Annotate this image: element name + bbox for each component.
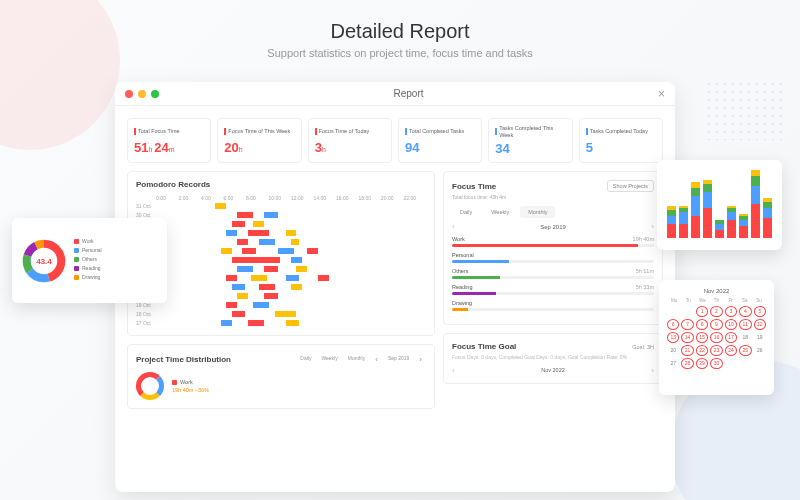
calendar-day[interactable]: 30 — [710, 358, 722, 369]
calendar-day[interactable]: 10 — [725, 319, 737, 330]
calendar-day[interactable] — [681, 306, 693, 317]
timeline-hour: 8:00 — [246, 195, 269, 201]
timeline-day-label: 30 Oct — [136, 212, 156, 218]
calendar-day[interactable]: 8 — [696, 319, 708, 330]
calendar-day[interactable]: 19 — [754, 332, 766, 343]
chevron-right-icon[interactable]: › — [415, 353, 426, 366]
goal-title: Focus Time Goal — [452, 342, 516, 351]
minimize-dot[interactable] — [138, 90, 146, 98]
pomodoro-block — [286, 230, 297, 236]
chevron-right-icon[interactable]: › — [651, 366, 654, 375]
tab-weekly[interactable]: Weekly — [483, 206, 517, 218]
pomodoro-block — [215, 203, 226, 209]
pomodoro-block — [232, 221, 246, 227]
calendar-day[interactable]: 18 — [739, 332, 751, 343]
calendar-weekday: Su — [752, 298, 766, 303]
calendar-weekday: Sa — [738, 298, 752, 303]
bar-segment — [679, 224, 688, 238]
pomodoro-block — [232, 257, 281, 263]
pomodoro-block — [237, 239, 248, 245]
timeline-row: 2 Oct — [136, 282, 426, 291]
dist-item: Work — [180, 379, 193, 385]
bar-column — [679, 206, 688, 238]
calendar-day[interactable]: 24 — [725, 345, 737, 356]
pomodoro-block — [237, 212, 253, 218]
chevron-left-icon[interactable]: ‹ — [452, 222, 455, 231]
calendar-day[interactable]: 28 — [681, 358, 693, 369]
tab-daily[interactable]: Daily — [452, 206, 480, 218]
zoom-dot[interactable] — [151, 90, 159, 98]
calendar-day[interactable] — [754, 358, 766, 369]
calendar-weekday: Mo — [667, 298, 681, 303]
tab-daily[interactable]: Daily — [296, 353, 315, 366]
project-row: Others5h 11m — [452, 268, 654, 279]
pomodoro-block — [275, 311, 297, 317]
calendar-day[interactable]: 27 — [667, 358, 679, 369]
calendar-day[interactable]: 11 — [739, 319, 751, 330]
calendar-day[interactable]: 29 — [696, 358, 708, 369]
pomodoro-block — [296, 266, 307, 272]
timeline-row: 30 Oct — [136, 210, 426, 219]
bar-segment — [667, 216, 676, 224]
calendar-day[interactable]: 20 — [667, 345, 679, 356]
calendar-day[interactable]: 9 — [710, 319, 722, 330]
legend-item: Reading — [74, 265, 159, 271]
calendar-day[interactable]: 15 — [696, 332, 708, 343]
calendar-day[interactable]: 4 — [739, 306, 751, 317]
calendar-day[interactable]: 17 — [725, 332, 737, 343]
calendar-day[interactable]: 3 — [725, 306, 737, 317]
calendar-day[interactable]: 7 — [681, 319, 693, 330]
bar-segment — [763, 208, 772, 218]
chevron-left-icon[interactable]: ‹ — [371, 353, 382, 366]
timeline-hour: 18:00 — [359, 195, 382, 201]
bar-segment — [691, 188, 700, 196]
calendar-day[interactable]: 13 — [667, 332, 679, 343]
timeline-day-label: 18 Oct — [136, 311, 156, 317]
bar-segment — [727, 220, 736, 238]
calendar-day[interactable]: 14 — [681, 332, 693, 343]
calendar-day[interactable]: 26 — [754, 345, 766, 356]
calendar-day[interactable]: 23 — [710, 345, 722, 356]
chevron-right-icon[interactable]: › — [651, 222, 654, 231]
close-dot[interactable] — [125, 90, 133, 98]
close-icon[interactable]: × — [658, 87, 665, 101]
distribution-panel: Project Time Distribution Daily Weekly M… — [127, 344, 435, 409]
timeline-row: 29 Oct — [136, 219, 426, 228]
bar-segment — [679, 212, 688, 224]
tab-monthly[interactable]: Monthly — [344, 353, 370, 366]
metric-label: Tasks Completed Today — [590, 128, 648, 135]
calendar-day[interactable]: 6 — [667, 319, 679, 330]
calendar-day[interactable] — [667, 306, 679, 317]
pomodoro-block — [248, 230, 270, 236]
calendar-day[interactable]: 5 — [754, 306, 766, 317]
bar-column — [715, 220, 724, 238]
chevron-left-icon[interactable]: ‹ — [452, 366, 455, 375]
pomodoro-block — [291, 284, 302, 290]
pomodoro-block — [259, 239, 275, 245]
show-projects-button[interactable]: Show Projects — [607, 180, 654, 192]
calendar-day[interactable] — [725, 358, 737, 369]
calendar-day[interactable]: 21 — [681, 345, 693, 356]
pomodoro-block — [291, 257, 302, 263]
calendar-day[interactable]: 25 — [739, 345, 751, 356]
dist-sub: 19h 40m –36% — [172, 387, 209, 393]
project-name: Personal — [452, 252, 474, 258]
metric-card: Tasks Completed This Week34 — [488, 118, 572, 163]
metric-card: Total Focus Time51h 24m — [127, 118, 211, 163]
timeline-day-label: 17 Oct — [136, 320, 156, 326]
tab-weekly[interactable]: Weekly — [317, 353, 341, 366]
legend-item: Drawing — [74, 274, 159, 280]
timeline-row: 5 Oct — [136, 255, 426, 264]
calendar-day[interactable]: 12 — [754, 319, 766, 330]
tab-monthly[interactable]: Monthly — [520, 206, 555, 218]
calendar-day[interactable]: 1 — [696, 306, 708, 317]
donut-card: 43.4 WorkPersonalOthersReadingDrawing — [12, 218, 167, 303]
calendar-day[interactable] — [739, 358, 751, 369]
focus-title: Focus Time — [452, 182, 496, 191]
pomodoro-block — [318, 275, 329, 281]
calendar-day[interactable]: 2 — [710, 306, 722, 317]
project-row: Drawing — [452, 300, 654, 311]
calendar-day[interactable]: 16 — [710, 332, 722, 343]
pomodoro-block — [278, 248, 294, 254]
calendar-day[interactable]: 22 — [696, 345, 708, 356]
